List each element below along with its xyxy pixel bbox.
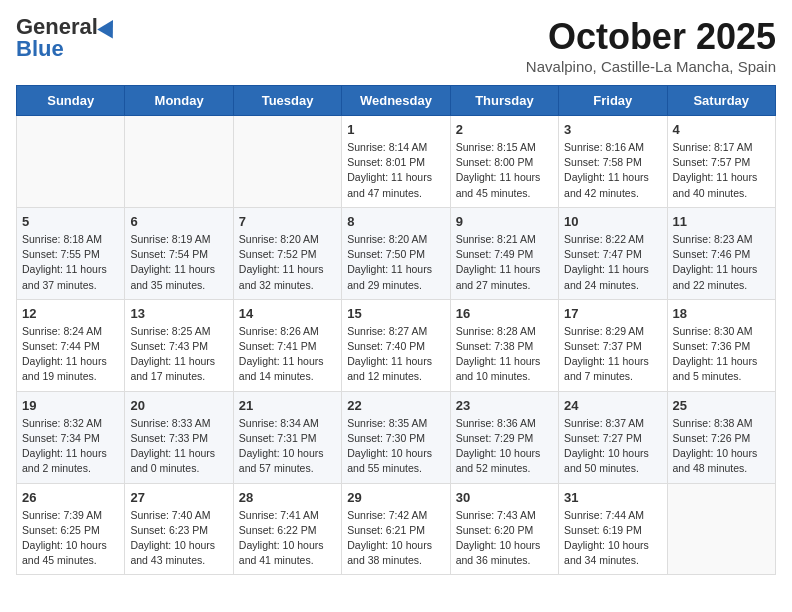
calendar-day-18: 18Sunrise: 8:30 AM Sunset: 7:36 PM Dayli…	[667, 299, 775, 391]
day-number: 23	[456, 398, 553, 413]
day-info: Sunrise: 8:38 AM Sunset: 7:26 PM Dayligh…	[673, 416, 770, 477]
day-info: Sunrise: 7:43 AM Sunset: 6:20 PM Dayligh…	[456, 508, 553, 569]
day-number: 13	[130, 306, 227, 321]
title-area: October 2025 Navalpino, Castille-La Manc…	[526, 16, 776, 75]
day-info: Sunrise: 8:17 AM Sunset: 7:57 PM Dayligh…	[673, 140, 770, 201]
day-info: Sunrise: 8:32 AM Sunset: 7:34 PM Dayligh…	[22, 416, 119, 477]
calendar-day-6: 6Sunrise: 8:19 AM Sunset: 7:54 PM Daylig…	[125, 207, 233, 299]
day-number: 29	[347, 490, 444, 505]
calendar-day-27: 27Sunrise: 7:40 AM Sunset: 6:23 PM Dayli…	[125, 483, 233, 575]
day-info: Sunrise: 8:27 AM Sunset: 7:40 PM Dayligh…	[347, 324, 444, 385]
calendar-day-16: 16Sunrise: 8:28 AM Sunset: 7:38 PM Dayli…	[450, 299, 558, 391]
day-number: 19	[22, 398, 119, 413]
calendar-day-4: 4Sunrise: 8:17 AM Sunset: 7:57 PM Daylig…	[667, 116, 775, 208]
calendar-day-13: 13Sunrise: 8:25 AM Sunset: 7:43 PM Dayli…	[125, 299, 233, 391]
day-number: 18	[673, 306, 770, 321]
day-info: Sunrise: 7:44 AM Sunset: 6:19 PM Dayligh…	[564, 508, 661, 569]
calendar-day-30: 30Sunrise: 7:43 AM Sunset: 6:20 PM Dayli…	[450, 483, 558, 575]
day-info: Sunrise: 8:29 AM Sunset: 7:37 PM Dayligh…	[564, 324, 661, 385]
calendar-day-19: 19Sunrise: 8:32 AM Sunset: 7:34 PM Dayli…	[17, 391, 125, 483]
calendar-day-22: 22Sunrise: 8:35 AM Sunset: 7:30 PM Dayli…	[342, 391, 450, 483]
day-info: Sunrise: 8:24 AM Sunset: 7:44 PM Dayligh…	[22, 324, 119, 385]
day-number: 28	[239, 490, 336, 505]
day-info: Sunrise: 8:14 AM Sunset: 8:01 PM Dayligh…	[347, 140, 444, 201]
day-number: 22	[347, 398, 444, 413]
calendar-empty-cell	[667, 483, 775, 575]
calendar-day-15: 15Sunrise: 8:27 AM Sunset: 7:40 PM Dayli…	[342, 299, 450, 391]
calendar-empty-cell	[233, 116, 341, 208]
day-number: 26	[22, 490, 119, 505]
day-info: Sunrise: 8:21 AM Sunset: 7:49 PM Dayligh…	[456, 232, 553, 293]
day-info: Sunrise: 8:30 AM Sunset: 7:36 PM Dayligh…	[673, 324, 770, 385]
weekday-header-thursday: Thursday	[450, 86, 558, 116]
day-info: Sunrise: 8:37 AM Sunset: 7:27 PM Dayligh…	[564, 416, 661, 477]
calendar-week-row: 12Sunrise: 8:24 AM Sunset: 7:44 PM Dayli…	[17, 299, 776, 391]
calendar-day-23: 23Sunrise: 8:36 AM Sunset: 7:29 PM Dayli…	[450, 391, 558, 483]
day-number: 1	[347, 122, 444, 137]
calendar-day-3: 3Sunrise: 8:16 AM Sunset: 7:58 PM Daylig…	[559, 116, 667, 208]
calendar-day-10: 10Sunrise: 8:22 AM Sunset: 7:47 PM Dayli…	[559, 207, 667, 299]
day-info: Sunrise: 8:23 AM Sunset: 7:46 PM Dayligh…	[673, 232, 770, 293]
calendar-week-row: 26Sunrise: 7:39 AM Sunset: 6:25 PM Dayli…	[17, 483, 776, 575]
logo-general-text: General	[16, 16, 98, 38]
day-number: 20	[130, 398, 227, 413]
weekday-header-wednesday: Wednesday	[342, 86, 450, 116]
calendar-week-row: 1Sunrise: 8:14 AM Sunset: 8:01 PM Daylig…	[17, 116, 776, 208]
day-number: 5	[22, 214, 119, 229]
day-number: 16	[456, 306, 553, 321]
calendar-day-1: 1Sunrise: 8:14 AM Sunset: 8:01 PM Daylig…	[342, 116, 450, 208]
day-number: 27	[130, 490, 227, 505]
day-number: 15	[347, 306, 444, 321]
calendar-day-20: 20Sunrise: 8:33 AM Sunset: 7:33 PM Dayli…	[125, 391, 233, 483]
day-info: Sunrise: 8:36 AM Sunset: 7:29 PM Dayligh…	[456, 416, 553, 477]
calendar-day-26: 26Sunrise: 7:39 AM Sunset: 6:25 PM Dayli…	[17, 483, 125, 575]
day-info: Sunrise: 8:20 AM Sunset: 7:50 PM Dayligh…	[347, 232, 444, 293]
weekday-header-row: SundayMondayTuesdayWednesdayThursdayFrid…	[17, 86, 776, 116]
day-number: 3	[564, 122, 661, 137]
day-info: Sunrise: 7:42 AM Sunset: 6:21 PM Dayligh…	[347, 508, 444, 569]
day-number: 8	[347, 214, 444, 229]
calendar-empty-cell	[125, 116, 233, 208]
calendar-week-row: 5Sunrise: 8:18 AM Sunset: 7:55 PM Daylig…	[17, 207, 776, 299]
month-title: October 2025	[526, 16, 776, 58]
day-number: 7	[239, 214, 336, 229]
calendar-day-11: 11Sunrise: 8:23 AM Sunset: 7:46 PM Dayli…	[667, 207, 775, 299]
calendar-day-17: 17Sunrise: 8:29 AM Sunset: 7:37 PM Dayli…	[559, 299, 667, 391]
day-info: Sunrise: 8:28 AM Sunset: 7:38 PM Dayligh…	[456, 324, 553, 385]
logo: General Blue	[16, 16, 118, 62]
weekday-header-saturday: Saturday	[667, 86, 775, 116]
day-info: Sunrise: 8:22 AM Sunset: 7:47 PM Dayligh…	[564, 232, 661, 293]
calendar-day-31: 31Sunrise: 7:44 AM Sunset: 6:19 PM Dayli…	[559, 483, 667, 575]
calendar-empty-cell	[17, 116, 125, 208]
day-info: Sunrise: 8:18 AM Sunset: 7:55 PM Dayligh…	[22, 232, 119, 293]
weekday-header-friday: Friday	[559, 86, 667, 116]
weekday-header-tuesday: Tuesday	[233, 86, 341, 116]
day-number: 24	[564, 398, 661, 413]
calendar-table: SundayMondayTuesdayWednesdayThursdayFrid…	[16, 85, 776, 575]
day-number: 10	[564, 214, 661, 229]
calendar-day-9: 9Sunrise: 8:21 AM Sunset: 7:49 PM Daylig…	[450, 207, 558, 299]
location-title: Navalpino, Castille-La Mancha, Spain	[526, 58, 776, 75]
day-info: Sunrise: 8:15 AM Sunset: 8:00 PM Dayligh…	[456, 140, 553, 201]
calendar-day-25: 25Sunrise: 8:38 AM Sunset: 7:26 PM Dayli…	[667, 391, 775, 483]
day-number: 30	[456, 490, 553, 505]
day-info: Sunrise: 7:41 AM Sunset: 6:22 PM Dayligh…	[239, 508, 336, 569]
day-info: Sunrise: 8:19 AM Sunset: 7:54 PM Dayligh…	[130, 232, 227, 293]
logo-blue-text: Blue	[16, 36, 64, 61]
calendar-day-29: 29Sunrise: 7:42 AM Sunset: 6:21 PM Dayli…	[342, 483, 450, 575]
day-info: Sunrise: 8:33 AM Sunset: 7:33 PM Dayligh…	[130, 416, 227, 477]
calendar-day-28: 28Sunrise: 7:41 AM Sunset: 6:22 PM Dayli…	[233, 483, 341, 575]
day-info: Sunrise: 8:26 AM Sunset: 7:41 PM Dayligh…	[239, 324, 336, 385]
day-info: Sunrise: 8:20 AM Sunset: 7:52 PM Dayligh…	[239, 232, 336, 293]
day-number: 14	[239, 306, 336, 321]
calendar-day-14: 14Sunrise: 8:26 AM Sunset: 7:41 PM Dayli…	[233, 299, 341, 391]
day-info: Sunrise: 8:16 AM Sunset: 7:58 PM Dayligh…	[564, 140, 661, 201]
day-number: 6	[130, 214, 227, 229]
weekday-header-monday: Monday	[125, 86, 233, 116]
calendar-week-row: 19Sunrise: 8:32 AM Sunset: 7:34 PM Dayli…	[17, 391, 776, 483]
logo-triangle-icon	[97, 16, 121, 39]
calendar-day-21: 21Sunrise: 8:34 AM Sunset: 7:31 PM Dayli…	[233, 391, 341, 483]
day-number: 4	[673, 122, 770, 137]
calendar-day-24: 24Sunrise: 8:37 AM Sunset: 7:27 PM Dayli…	[559, 391, 667, 483]
calendar-day-5: 5Sunrise: 8:18 AM Sunset: 7:55 PM Daylig…	[17, 207, 125, 299]
